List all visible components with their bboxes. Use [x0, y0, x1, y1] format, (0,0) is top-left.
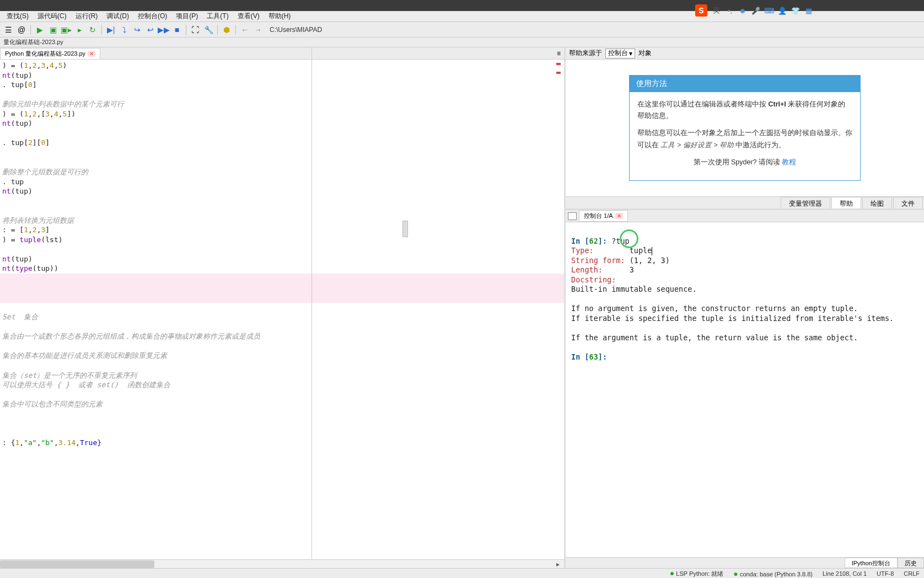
status-eol: CRLF — [904, 570, 920, 577]
status-conda: conda: base (Python 3.8.8) — [740, 571, 813, 577]
ime-user-icon[interactable]: 👤 — [777, 6, 787, 15]
ime-dot: •, — [728, 7, 732, 15]
ime-lang[interactable]: 英 — [713, 6, 720, 15]
maximize-icon[interactable]: ⛶ — [189, 24, 201, 36]
type-label: Type: — [571, 246, 594, 255]
editor-tab-bar: Python 量化编程基础-2023.py ✕ ≡ — [0, 47, 564, 60]
editor-panel: Python 量化编程基础-2023.py ✕ ≡ ) = (1,2,3,4,5… — [0, 47, 566, 568]
help-p2-path: 工具 > 偏好设置 > 帮助 — [660, 141, 734, 149]
help-tabs: 变量管理器 帮助 绘图 文件 — [566, 196, 924, 208]
menu-find[interactable]: 查找(S) — [2, 10, 33, 22]
ime-mic-icon[interactable]: 🎤 — [751, 6, 761, 15]
editor-content[interactable]: ) = (1,2,3,4,5)nt(tup). tup[0] 删除元组中列表数据… — [0, 60, 564, 568]
help-card: 使用方法 在这里你可以通过在编辑器或者终端中按 Ctrl+I 来获得任何对象的帮… — [629, 75, 861, 181]
file-path-text: 量化编程基础-2023.py — [3, 39, 63, 45]
at-icon[interactable]: @ — [15, 24, 28, 36]
toolbar-sep-5 — [235, 25, 236, 35]
titlebar-text-1 — [4, 2, 6, 9]
type-value: tuple — [630, 246, 652, 255]
help-footer-text: 第一次使用 Spyder? 请阅读 — [694, 158, 782, 166]
menu-help[interactable]: 帮助(H) — [264, 10, 296, 22]
help-card-body: 在这里你可以通过在编辑器或者终端中按 Ctrl+I 来获得任何对象的帮助信息。 … — [630, 92, 860, 180]
working-dir: C:\Users\MIAPAD — [270, 26, 322, 34]
toolbar-sep-2 — [101, 25, 102, 35]
menu-debug[interactable]: 调试(D) — [102, 10, 133, 22]
console-tab-label: 控制台 1/A — [584, 212, 613, 220]
tab-history[interactable]: 历史 — [898, 558, 924, 568]
run-cell-icon[interactable]: ▣ — [47, 24, 59, 36]
menu-project[interactable]: 项目(P) — [171, 10, 202, 22]
console-bottom-tabs: IPython控制台 历史 — [566, 557, 924, 568]
editor-tab-label: Python 量化编程基础-2023.py — [5, 50, 85, 58]
code-marker-1 — [556, 63, 561, 65]
length-value: 3 — [630, 265, 634, 274]
length-label: Length: — [571, 265, 603, 274]
tab-plots[interactable]: 绘图 — [862, 197, 892, 208]
console-tab-bar: 控制台 1/A ✕ — [566, 210, 924, 222]
menu-view[interactable]: 查看(V) — [233, 10, 264, 22]
editor-hscroll-thumb[interactable] — [0, 560, 154, 568]
toolbar-sep-3 — [186, 25, 186, 35]
back-icon[interactable]: ← — [239, 24, 251, 36]
panel-splitter[interactable] — [402, 221, 408, 237]
console-tab-prev-icon[interactable] — [568, 212, 577, 220]
rerun-icon[interactable]: ↻ — [87, 24, 99, 36]
doc-line-4: If the argument is a tuple, the return v… — [571, 333, 858, 342]
menu-tools[interactable]: 工具(T) — [202, 10, 233, 22]
status-position: Line 2108, Col 1 — [823, 570, 867, 577]
help-body: 使用方法 在这里你可以通过在编辑器或者终端中按 Ctrl+I 来获得任何对象的帮… — [566, 60, 924, 196]
tutorial-link[interactable]: 教程 — [782, 158, 796, 166]
status-lsp: LSP Python: 就绪 — [676, 570, 723, 577]
doc-line-3: If iterable is specified the tuple is in… — [571, 314, 894, 323]
run-selection-icon[interactable]: ▸ — [73, 24, 85, 36]
outline-icon[interactable]: ☰ — [2, 24, 14, 36]
tab-ipython-console[interactable]: IPython控制台 — [845, 558, 898, 568]
tab-files[interactable]: 文件 — [893, 197, 923, 208]
help-source-select[interactable]: 控制台 ▾ — [605, 49, 635, 58]
continue-icon[interactable]: ▶▶ — [158, 24, 170, 36]
step-out-icon[interactable]: ↩ — [144, 24, 157, 36]
help-card-title: 使用方法 — [630, 76, 860, 92]
tab-menu-icon[interactable]: ≡ — [554, 50, 564, 57]
python-path-icon[interactable]: ⬢ — [221, 24, 233, 36]
help-card-footer: 第一次使用 Spyder? 请阅读 教程 — [637, 151, 852, 174]
ime-keyboard-icon[interactable]: ⌨ — [764, 6, 774, 15]
ime-grid-icon[interactable]: ▦ — [804, 6, 814, 15]
debug-icon[interactable]: ▶| — [105, 24, 117, 36]
toolbar: ☰ @ ▶ ▣ ▣▸ ▸ ↻ ▶| ⤵ ↪ ↩ ▶▶ ■ ⛶ 🔧 ⬢ ← → C… — [0, 22, 924, 38]
run-cell-advance-icon[interactable]: ▣▸ — [60, 24, 72, 36]
step-over-icon[interactable]: ⤵ — [118, 24, 130, 36]
ime-shirt-icon[interactable]: 👕 — [791, 6, 801, 15]
lsp-status-dot: ● — [670, 569, 674, 577]
help-source-value: 控制台 — [608, 49, 628, 58]
code-marker-2 — [556, 72, 561, 74]
help-toolbar: 帮助来源于 控制台 ▾ 对象 — [566, 47, 924, 60]
console-tab[interactable]: 控制台 1/A ✕ — [579, 210, 628, 222]
tab-help[interactable]: 帮助 — [831, 197, 861, 208]
editor-hscroll[interactable]: ▸ — [0, 559, 564, 568]
stringform-label: String form: — [571, 256, 625, 265]
editor-split-line — [311, 47, 312, 568]
sogou-icon[interactable]: S — [695, 4, 707, 17]
close-icon[interactable]: ✕ — [88, 51, 95, 57]
step-into-icon[interactable]: ↪ — [131, 24, 143, 36]
editor-tab[interactable]: Python 量化编程基础-2023.py ✕ — [0, 48, 100, 59]
tab-variable-explorer[interactable]: 变量管理器 — [781, 197, 830, 208]
scroll-right-icon[interactable]: ▸ — [556, 560, 560, 568]
forward-icon[interactable]: → — [252, 24, 264, 36]
close-icon[interactable]: ✕ — [615, 213, 623, 219]
console-panel: 控制台 1/A ✕ In [62]: ?tup Type: tuple Stri… — [566, 210, 924, 568]
text-cursor — [652, 247, 652, 255]
console-content[interactable]: In [62]: ?tup Type: tuple String form: (… — [566, 222, 924, 557]
stringform-value: (1, 2, 3) — [630, 256, 670, 265]
status-encoding: UTF-8 — [877, 570, 894, 577]
settings-icon[interactable]: 🔧 — [202, 24, 214, 36]
menu-run[interactable]: 运行(R) — [71, 10, 103, 22]
menu-console[interactable]: 控制台(O) — [133, 10, 171, 22]
docstring-label: Docstring: — [571, 275, 616, 284]
run-icon[interactable]: ▶ — [34, 24, 46, 36]
menu-source[interactable]: 源代码(C) — [33, 10, 71, 22]
conda-status-dot: ● — [733, 569, 738, 578]
ime-emoji-icon[interactable]: ☻ — [738, 6, 748, 15]
stop-debug-icon[interactable]: ■ — [171, 24, 183, 36]
